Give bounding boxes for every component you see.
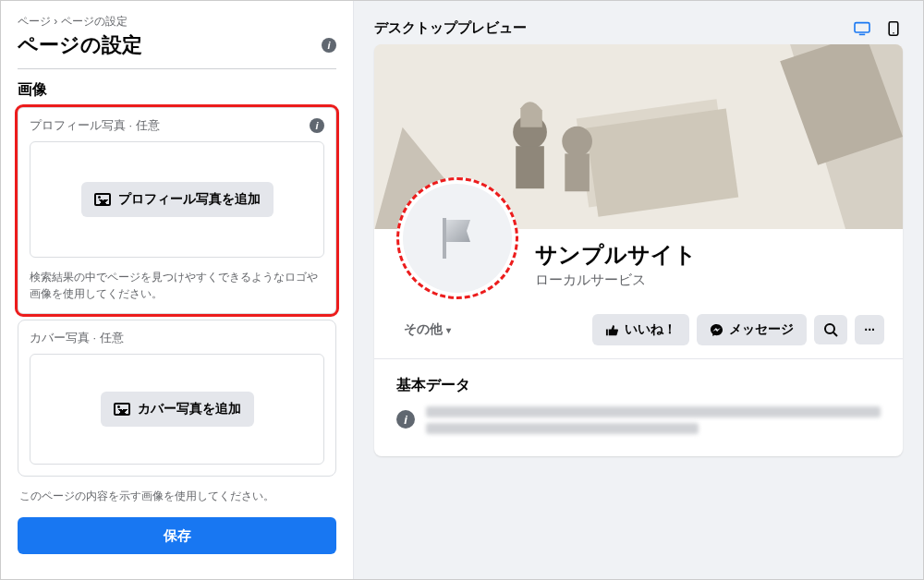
- search-button[interactable]: [814, 315, 847, 344]
- add-profile-photo-button[interactable]: プロフィール写真を追加: [81, 182, 274, 217]
- message-button[interactable]: メッセージ: [697, 314, 807, 345]
- avatar[interactable]: [403, 184, 512, 293]
- tab-other[interactable]: その他▾: [393, 314, 462, 345]
- profile-photo-hint: 検索結果の中でページを見つけやすくできるようなロゴや画像を使用してください。: [18, 269, 335, 313]
- desktop-icon[interactable]: [853, 21, 871, 36]
- svg-rect-1: [859, 33, 865, 35]
- profile-photo-label: プロフィール写真 · 任意: [30, 117, 160, 134]
- profile-photo-card: プロフィール写真 · 任意 i プロフィール写真を追加 検索結果の中でページを見…: [18, 107, 336, 314]
- messenger-icon: [710, 323, 723, 337]
- image-icon: [94, 193, 111, 206]
- flag-icon: [430, 211, 485, 266]
- svg-point-3: [893, 32, 894, 34]
- info-icon: i: [396, 410, 415, 429]
- svg-rect-0: [855, 22, 869, 31]
- save-button[interactable]: 保存: [18, 517, 336, 554]
- page-title: ページの設定: [18, 31, 142, 59]
- search-icon: [823, 322, 838, 337]
- cover-photo-hint: このページの内容を示す画像を使用してください。: [18, 482, 336, 517]
- page-category: ローカルサービス: [535, 272, 697, 289]
- cover-photo-label: カバー写真 · 任意: [30, 330, 124, 346]
- avatar-highlight: [396, 177, 518, 299]
- image-icon: [114, 403, 130, 416]
- info-icon[interactable]: i: [310, 118, 324, 133]
- blurred-text: [426, 406, 881, 440]
- chevron-down-icon: ▾: [446, 325, 451, 335]
- thumbs-up-icon: [605, 323, 619, 337]
- cover-photo-card: カバー写真 · 任意 カバー写真を追加: [18, 320, 336, 477]
- svg-rect-14: [443, 218, 446, 259]
- like-button[interactable]: いいね！: [592, 314, 689, 345]
- svg-line-16: [833, 332, 837, 336]
- svg-point-15: [825, 324, 834, 333]
- svg-point-12: [562, 127, 592, 157]
- basic-data-title: 基本データ: [396, 376, 881, 395]
- more-button[interactable]: ···: [855, 315, 884, 344]
- page-name: サンプルサイト: [535, 240, 697, 270]
- section-images-label: 画像: [18, 80, 336, 100]
- mobile-icon[interactable]: [884, 21, 903, 36]
- info-icon[interactable]: i: [322, 38, 336, 53]
- breadcrumb[interactable]: ページ › ページの設定: [18, 14, 336, 30]
- add-cover-photo-button[interactable]: カバー写真を追加: [101, 392, 254, 427]
- preview-title: デスクトッププレビュー: [374, 19, 527, 37]
- preview-card: サンプルサイト ローカルサービス その他▾ いいね！ メッセージ ···: [374, 44, 903, 456]
